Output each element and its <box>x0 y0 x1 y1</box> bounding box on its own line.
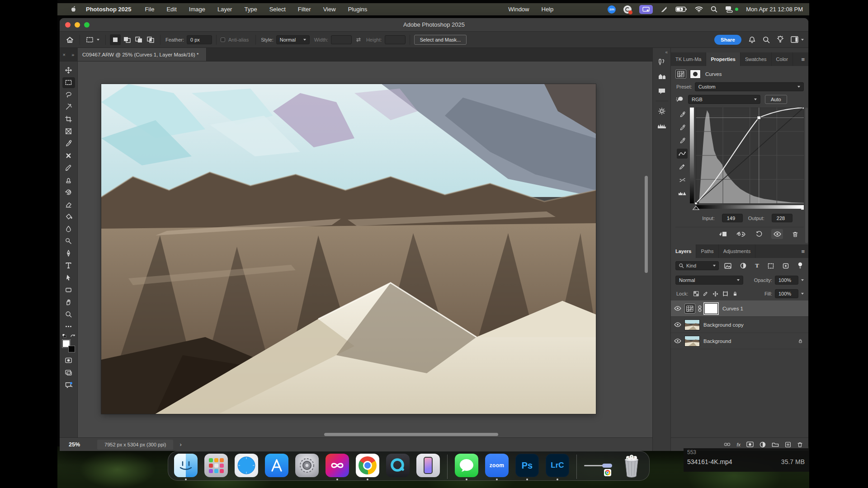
dock-launchpad[interactable] <box>204 454 228 480</box>
window-title-bar[interactable]: Adobe Photoshop 2025 <box>60 18 808 32</box>
pen-tool[interactable] <box>60 247 78 259</box>
smooth-curve-icon[interactable] <box>677 175 688 185</box>
lock-artboard-icon[interactable] <box>722 291 728 296</box>
dock-creative-cloud[interactable] <box>325 454 349 480</box>
libraries-panel-icon[interactable] <box>653 69 671 84</box>
expand-panels-icon[interactable]: « <box>665 50 668 55</box>
background-color-swatch[interactable] <box>68 346 75 352</box>
filter-shape-icon[interactable] <box>768 263 774 269</box>
dock-zoom[interactable]: zoom <box>485 454 509 480</box>
curves-graph[interactable] <box>690 108 804 211</box>
dock-system-settings[interactable] <box>295 454 319 480</box>
quick-mask-icon[interactable] <box>60 354 78 366</box>
targeted-adjustment-icon[interactable] <box>675 96 684 103</box>
share-button[interactable]: Share <box>714 35 741 45</box>
hand-tool[interactable] <box>60 296 78 308</box>
delete-layer-icon[interactable] <box>797 441 803 448</box>
dock-finder[interactable] <box>174 454 198 480</box>
layer-thumbnail[interactable] <box>684 336 700 347</box>
reset-adjustment-icon[interactable] <box>753 229 765 239</box>
layer-mask-thumbnail[interactable] <box>704 303 718 314</box>
layer-mask-icon[interactable] <box>690 70 701 79</box>
dock-minimized-window[interactable] <box>584 454 613 480</box>
layers-menu-icon[interactable]: ≡ <box>797 244 808 258</box>
width-field[interactable] <box>331 35 352 44</box>
creative-cloud-menubar-icon[interactable] <box>623 5 632 14</box>
menu-plugins[interactable]: Plugins <box>348 6 368 13</box>
gradient-tool[interactable] <box>60 211 78 223</box>
lock-position-icon[interactable] <box>712 291 718 297</box>
object-selection-tool[interactable] <box>60 101 78 113</box>
dock-iphone-mirroring[interactable] <box>416 454 440 480</box>
draw-curve-pencil-icon[interactable] <box>677 162 688 172</box>
workspace-switcher-icon[interactable] <box>791 36 804 43</box>
height-field[interactable] <box>385 35 406 44</box>
filter-image-icon[interactable] <box>724 263 731 269</box>
tk-panel-icon[interactable] <box>653 55 671 69</box>
panel-scrollbar[interactable] <box>805 108 808 243</box>
canvas-vertical-scrollbar[interactable] <box>645 176 648 273</box>
menu-edit[interactable]: Edit <box>166 6 176 13</box>
fill-chevron-icon[interactable] <box>801 293 804 295</box>
tab-adjustments[interactable]: Adjustments <box>719 244 756 258</box>
blend-mode-select[interactable]: Normal <box>675 276 743 285</box>
battery-charging-icon[interactable] <box>675 6 687 12</box>
lasso-tool[interactable] <box>60 89 78 101</box>
frame-tool[interactable] <box>60 125 78 137</box>
histogram-panel-icon[interactable] <box>653 118 671 133</box>
menu-window[interactable]: Window <box>508 6 529 13</box>
menu-layer[interactable]: Layer <box>217 6 232 13</box>
type-tool[interactable] <box>60 259 78 272</box>
color-swatches[interactable] <box>62 340 75 352</box>
new-selection-button[interactable] <box>110 34 121 45</box>
canvas-area[interactable] <box>78 61 652 437</box>
tab-properties[interactable]: Properties <box>706 52 740 66</box>
apple-menu-icon[interactable] <box>70 5 77 13</box>
layer-name[interactable]: Curves 1 <box>722 306 743 311</box>
menu-view[interactable]: View <box>323 6 336 13</box>
canvas-horizontal-scrollbar[interactable] <box>324 433 498 436</box>
tab-tk-lum-ma[interactable]: TK Lum-Ma <box>671 52 706 66</box>
status-chevron-icon[interactable]: › <box>179 441 181 448</box>
link-layers-icon[interactable] <box>724 442 731 446</box>
menubar-clock[interactable]: Mon Apr 21 12:08 PM <box>746 6 803 13</box>
gray-point-sampler-icon[interactable] <box>677 122 688 132</box>
panel-menu-icon[interactable]: ≡ <box>797 52 808 66</box>
toggle-visibility-icon[interactable] <box>771 229 783 239</box>
new-group-icon[interactable] <box>772 441 779 447</box>
new-adjustment-icon[interactable] <box>760 441 766 448</box>
menu-help[interactable]: Help <box>542 6 554 13</box>
curves-adjustment-icon[interactable] <box>675 70 686 79</box>
clip-to-layer-icon[interactable] <box>717 229 729 239</box>
opacity-field[interactable]: 100% <box>775 276 798 285</box>
new-layer-icon[interactable] <box>785 441 791 448</box>
black-point-sampler-icon[interactable] <box>677 109 688 119</box>
opacity-chevron-icon[interactable] <box>801 279 804 281</box>
swap-colors-icon[interactable] <box>70 333 75 338</box>
preset-select[interactable]: Custom <box>695 82 804 91</box>
antialias-checkbox[interactable] <box>221 38 225 42</box>
discover-lightbulb-icon[interactable] <box>777 36 783 43</box>
dock-photoshop[interactable]: Ps <box>515 454 539 480</box>
layer-row-curves-1[interactable]: Curves 1 <box>671 300 808 317</box>
edit-toolbar-icon[interactable] <box>60 320 78 333</box>
layer-visibility-icon[interactable] <box>671 306 684 311</box>
dock-quicktime[interactable] <box>386 454 410 480</box>
add-mask-icon[interactable] <box>746 441 754 447</box>
view-previous-state-icon[interactable] <box>735 229 747 239</box>
spotlight-search-icon[interactable] <box>711 6 717 13</box>
filter-type-icon[interactable]: T <box>755 262 759 269</box>
lock-transparency-icon[interactable] <box>693 291 699 296</box>
filter-adjustment-icon[interactable] <box>740 263 746 269</box>
menu-app-name[interactable]: Photoshop 2025 <box>86 6 131 13</box>
layer-row-background[interactable]: Background <box>671 333 808 349</box>
feather-field[interactable]: 0 px <box>187 35 212 44</box>
dock-chrome[interactable] <box>355 454 380 480</box>
mask-link-icon[interactable] <box>697 305 703 312</box>
dock-trash[interactable] <box>619 454 644 480</box>
filter-toggle-switch[interactable] <box>797 262 803 269</box>
wifi-icon[interactable] <box>695 6 703 12</box>
lock-image-icon[interactable] <box>703 291 708 296</box>
default-colors-icon[interactable] <box>62 333 67 338</box>
intersect-selection-button[interactable] <box>145 34 156 45</box>
